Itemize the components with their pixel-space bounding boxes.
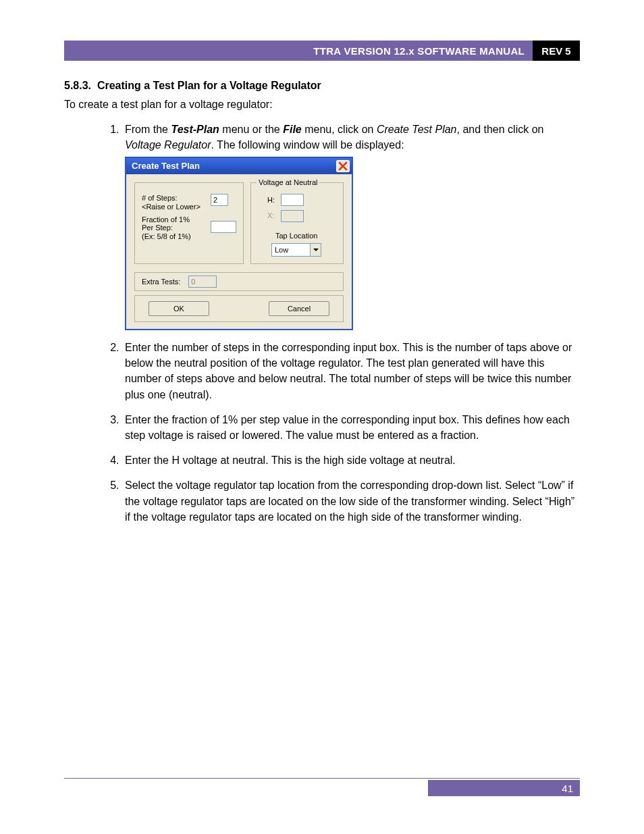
section-heading: 5.8.3. Creating a Test Plan for a Voltag… bbox=[64, 80, 580, 92]
steps-list: From the Test-Plan menu or the File menu… bbox=[64, 122, 580, 525]
footer: 41 bbox=[64, 778, 580, 796]
tap-location-select[interactable]: Low bbox=[271, 243, 321, 257]
intro-text: To create a test plan for a voltage regu… bbox=[64, 99, 580, 111]
step-4: Enter the H voltage at neutral. This is … bbox=[122, 452, 580, 468]
x-label: X: bbox=[267, 211, 277, 221]
extra-tests-label: Extra Tests: bbox=[142, 278, 180, 286]
fraction-label-2: Per Step: bbox=[142, 224, 207, 232]
section-title-text: Creating a Test Plan for a Voltage Regul… bbox=[97, 80, 321, 91]
fraction-input[interactable] bbox=[211, 221, 236, 233]
dialog-title: Create Test Plan bbox=[132, 160, 200, 173]
h-label: H: bbox=[267, 196, 277, 205]
step1-file: File bbox=[283, 124, 302, 135]
step1-part-e: . The following window will be displayed… bbox=[211, 139, 404, 151]
group-extra-tests: Extra Tests: bbox=[134, 272, 344, 291]
h-input[interactable] bbox=[281, 194, 304, 206]
group-voltage-neutral: Voltage at Neutral H: X: Tap Location bbox=[250, 182, 344, 264]
x-input bbox=[281, 210, 304, 222]
step1-vr: Voltage Regulator bbox=[125, 139, 211, 151]
tap-location-label: Tap Location bbox=[275, 232, 336, 240]
step1-create: Create Test Plan bbox=[377, 124, 457, 135]
fraction-label-3: (Ex: 5/8 of 1%) bbox=[142, 232, 207, 241]
fraction-label-1: Fraction of 1% bbox=[142, 215, 207, 224]
button-row: OK Cancel bbox=[134, 295, 344, 322]
step1-part-c: menu, click on bbox=[302, 124, 377, 135]
step-1: From the Test-Plan menu or the File menu… bbox=[122, 122, 580, 330]
voltage-neutral-legend: Voltage at Neutral bbox=[257, 178, 319, 188]
close-button[interactable] bbox=[336, 160, 350, 172]
step-3: Enter the fraction of 1% per step value … bbox=[122, 412, 580, 443]
step-2: Enter the number of steps in the corresp… bbox=[122, 340, 580, 402]
dialog-titlebar: Create Test Plan bbox=[126, 158, 352, 174]
ok-button[interactable]: OK bbox=[149, 301, 209, 316]
header-bar: TTRA VERSION 12.x SOFTWARE MANUAL REV 5 bbox=[64, 41, 580, 61]
section-number: 5.8.3. bbox=[64, 80, 91, 91]
chevron-down-icon bbox=[313, 247, 319, 253]
step1-testplan: Test-Plan bbox=[171, 124, 219, 135]
dropdown-button[interactable] bbox=[310, 244, 321, 256]
step-5: Select the voltage regulator tap locatio… bbox=[122, 477, 580, 525]
create-test-plan-dialog: Create Test Plan # of Steps: <Raise or L… bbox=[125, 157, 353, 330]
header-title: TTRA VERSION 12.x SOFTWARE MANUAL bbox=[64, 41, 533, 61]
extra-tests-input bbox=[188, 276, 217, 288]
step1-part-b: menu or the bbox=[219, 124, 283, 135]
steps-label-2: <Raise or Lower> bbox=[142, 203, 207, 211]
group-steps: # of Steps: <Raise or Lower> Fraction of… bbox=[134, 182, 244, 264]
steps-label-1: # of Steps: bbox=[142, 194, 207, 203]
tap-location-value: Low bbox=[272, 244, 310, 256]
close-icon bbox=[338, 161, 348, 171]
steps-input[interactable] bbox=[211, 194, 228, 206]
step1-part-d: , and then click on bbox=[456, 124, 543, 135]
header-rev: REV 5 bbox=[533, 41, 580, 61]
cancel-button[interactable]: Cancel bbox=[269, 301, 329, 316]
page-number: 41 bbox=[428, 780, 580, 796]
step1-part-a: From the bbox=[125, 124, 171, 135]
